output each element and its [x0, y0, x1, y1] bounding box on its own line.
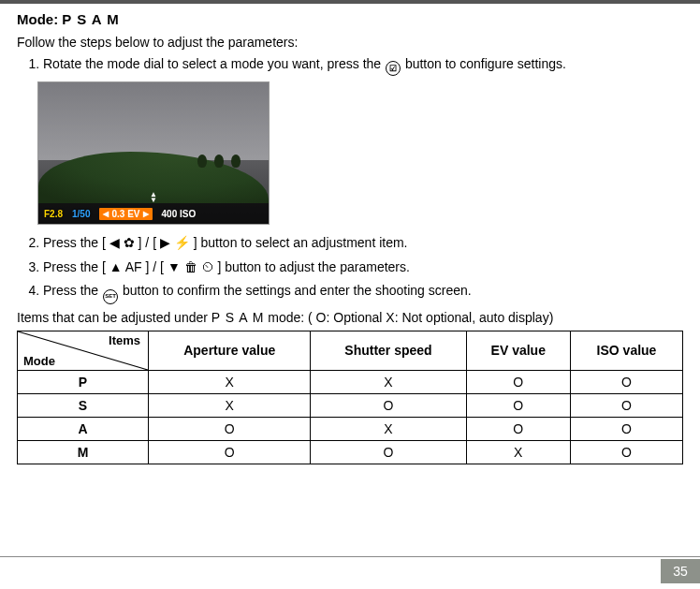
col-shutter: Shutter speed: [311, 331, 466, 370]
step-2: Press the [ ◀ ✿ ] / [ ▶ ⚡ ] button to se…: [43, 234, 683, 253]
table-row: P X X O O: [18, 370, 683, 393]
osd-ev: 0.3 EV: [111, 209, 139, 219]
footer-rule: [0, 556, 700, 557]
table-row: S X O O O: [18, 393, 683, 417]
table-row: M O O X O: [18, 440, 683, 464]
exposure-icon: ☑: [386, 61, 401, 76]
col-aperture: Aperture value: [149, 331, 311, 370]
up-down-indicator-icon: ▲▼: [150, 192, 157, 203]
set-button-icon: SET: [103, 289, 118, 304]
steps-list: Rotate the mode dial to select a mode yo…: [17, 55, 683, 76]
col-ev: EV value: [466, 331, 570, 370]
page-number: 35: [661, 559, 700, 583]
col-iso: ISO value: [571, 331, 683, 370]
osd-ev-box: ◀ 0.3 EV ▶: [99, 208, 152, 220]
up-down-buttons-icon: [ ▲ AF ] / [ ▼ 🗑 ⏲ ]: [102, 259, 221, 274]
step-1: Rotate the mode dial to select a mode yo…: [43, 55, 683, 76]
left-right-buttons-icon: [ ◀ ✿ ] / [ ▶ ⚡ ]: [102, 235, 197, 250]
sample-display: ▲▼ F2.8 1/50 ◀ 0.3 EV ▶ 400 ISO: [37, 81, 270, 225]
table-row: A O X O O: [18, 417, 683, 440]
table-caption: Items that can be adjusted under P S A M…: [17, 310, 683, 325]
step-3: Press the [ ▲ AF ] / [ ▼ 🗑 ⏲ ] button to…: [43, 258, 683, 277]
osd-bar: F2.8 1/50 ◀ 0.3 EV ▶ 400 ISO: [38, 203, 269, 224]
table-header-row: Items Mode Aperture value Shutter speed …: [18, 331, 683, 370]
osd-shutter: 1/50: [72, 209, 90, 219]
right-arrow-icon: ▶: [143, 210, 149, 218]
osd-aperture: F2.8: [44, 209, 63, 219]
intro-text: Follow the steps below to adjust the par…: [17, 35, 683, 50]
psam-badge: P S A M: [62, 11, 119, 27]
osd-iso: 400 ISO: [162, 209, 197, 219]
mode-heading: Mode: P S A M: [17, 11, 683, 27]
mode-label: Mode:: [17, 11, 58, 27]
left-arrow-icon: ◀: [103, 210, 109, 218]
steps-list-cont: Press the [ ◀ ✿ ] / [ ▶ ⚡ ] button to se…: [17, 234, 683, 303]
table-corner-cell: Items Mode: [18, 331, 149, 370]
modes-table: Items Mode Aperture value Shutter speed …: [17, 331, 683, 464]
step-4: Press the SET button to confirm the sett…: [43, 282, 683, 303]
